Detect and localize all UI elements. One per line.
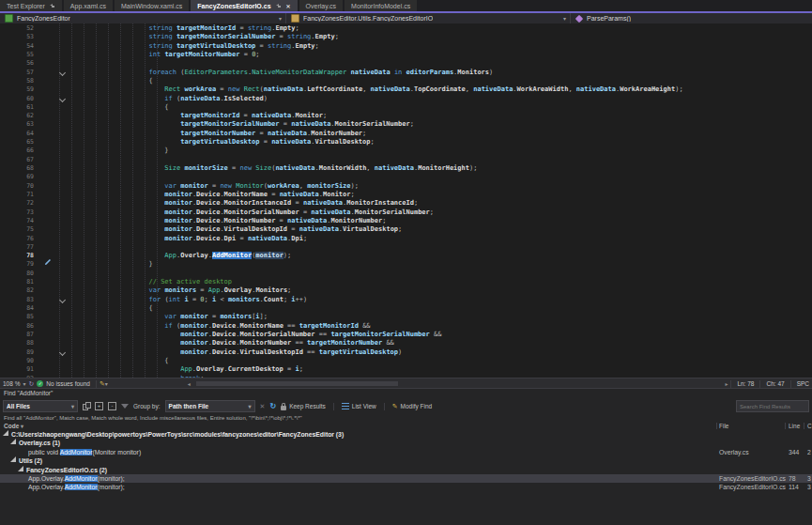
code-lines: 52string targetMonitorId = string.Empty;… (0, 24, 812, 378)
zoom-level[interactable]: 108 % (3, 380, 20, 387)
member-dropdown[interactable]: ParseParams() (571, 13, 812, 23)
pencil-icon: ✎ (392, 403, 398, 410)
method-icon (575, 14, 583, 22)
find-result-row[interactable]: App.Overlay.AddMonitor(monitor);FancyZon… (0, 483, 812, 491)
column-header-file[interactable]: File (719, 422, 728, 430)
line-number: 74 (0, 217, 34, 225)
code-text: monitor.Device.MonitorSerialNumber == ta… (180, 331, 441, 339)
fold-chevron-icon[interactable] (59, 95, 66, 101)
divider (759, 380, 760, 388)
tab-app-xaml-cs[interactable]: App.xaml.cs (64, 0, 113, 11)
divider (730, 380, 731, 388)
type-dropdown[interactable]: FancyZonesEditor.Utils.FancyZonesEditorI… (286, 13, 571, 23)
group-label: FancyZonesEditorIO.cs (2) (26, 467, 107, 473)
sync-icon[interactable]: ↻ (28, 380, 34, 388)
code-line: 60if (nativeData.IsSelected) (0, 95, 812, 103)
line-number: 72 (0, 199, 34, 208)
pin-icon[interactable] (275, 3, 282, 9)
list-view-button[interactable]: List View (342, 403, 376, 409)
tab-monitorinfomodel-cs[interactable]: MonitorInfoModel.cs (345, 0, 417, 11)
scroll-left-icon[interactable]: ◂ (188, 380, 191, 387)
modify-find-button[interactable]: ✎ Modify Find (392, 403, 432, 410)
filter-icon[interactable] (121, 404, 129, 409)
column-indicator: Ch: 47 (766, 380, 784, 387)
tab-overlay-cs[interactable]: Overlay.cs (299, 0, 344, 11)
fold-chevron-icon[interactable] (59, 297, 66, 303)
project-dropdown[interactable]: FancyZonesEditor ▾ (0, 13, 286, 23)
line-number: 79 (0, 260, 34, 269)
code-line: 57foreach (EditorParameters.NativeMonito… (0, 69, 812, 77)
scope-dropdown[interactable]: All Files ▾ (3, 400, 78, 412)
fold-chevron-icon[interactable] (59, 349, 66, 356)
code-editor[interactable]: 52string targetMonitorId = string.Empty;… (0, 23, 812, 378)
chevron-down-icon: ▾ (21, 424, 23, 429)
line-number: 81 (0, 278, 34, 286)
code-line: 59Rect workArea = new Rect(nativeData.Le… (0, 85, 812, 94)
fold-chevron-icon[interactable] (59, 69, 66, 76)
tab-test-explorer[interactable]: Test Explorer (0, 0, 62, 11)
line-number: 84 (0, 304, 34, 313)
expander-icon[interactable] (3, 430, 8, 436)
find-summary: Find all "AddMonitor", Match case, Match… (0, 414, 812, 422)
close-icon[interactable]: ✕ (286, 3, 291, 9)
line-number: 63 (0, 120, 34, 129)
tab-mainwindow-xaml-cs[interactable]: MainWindow.xaml.cs (115, 0, 189, 11)
find-result-group[interactable]: C:\Users\zhaopengwang\Desktop\powertoys\… (0, 430, 812, 439)
code-line: 74monitor.Device.MonitorNumber = nativeD… (0, 217, 812, 225)
code-text: } (149, 260, 153, 269)
code-line: 90{ (0, 357, 812, 365)
find-result-row[interactable]: public void AddMonitor(Monitor monitor)O… (0, 448, 812, 456)
scroll-right-icon[interactable]: ▸ (725, 380, 728, 387)
expander-icon[interactable] (18, 466, 23, 471)
code-text: string targetVirtualDesktop = string.Emp… (149, 42, 319, 51)
chevron-down-icon: ▾ (279, 15, 282, 22)
code-text: { (164, 357, 168, 365)
line-number: 78 (0, 252, 34, 260)
chevron-down-icon: ▾ (71, 403, 74, 409)
chevron-down-icon[interactable]: ▾ (105, 380, 108, 387)
column-header-col[interactable]: C (807, 422, 812, 430)
line-number: 89 (0, 348, 34, 357)
find-result-row[interactable]: App.Overlay.AddMonitor(monitor);FancyZon… (0, 474, 812, 483)
list-view-icon (342, 403, 349, 409)
line-number: 75 (0, 225, 34, 234)
tab-fancyzoneseditorio-cs[interactable]: FancyZonesEditorIO.cs✕ (191, 0, 297, 11)
column-divider (785, 423, 786, 429)
code-text: } (164, 147, 168, 155)
column-header-line[interactable]: Line (789, 422, 800, 430)
result-text: App.Overlay.AddMonitor(monitor); (0, 474, 125, 483)
result-line: 344 (789, 448, 799, 456)
find-result-group[interactable]: Overlay.cs (1) (0, 439, 812, 447)
group-by-dropdown[interactable]: Path then File ▾ (165, 400, 255, 412)
clear-results-icon[interactable]: ✕ (260, 403, 266, 410)
line-number: 83 (0, 296, 34, 304)
find-result-group[interactable]: Utils (2) (0, 456, 812, 465)
horizontal-scrollbar[interactable] (192, 380, 724, 387)
line-number: 60 (0, 95, 34, 103)
pin-icon[interactable] (49, 3, 55, 9)
code-text: monitor.Device.VirtualDesktopId == targe… (180, 348, 402, 357)
find-results-panel: Find "AddMonitor" All Files ▾ + - Group … (0, 388, 812, 525)
result-text: FancyZonesEditorIO.cs (2) (0, 466, 107, 474)
expander-icon[interactable] (10, 439, 16, 444)
health-check-icon: ✓ (37, 380, 43, 387)
copy-icon[interactable] (83, 402, 90, 410)
chevron-down-icon[interactable]: ▾ (23, 380, 25, 387)
collapse-all-icon[interactable]: - (108, 402, 116, 410)
code-line: 63targetMonitorSerialNumber = nativeData… (0, 120, 812, 129)
scrollbar-thumb[interactable] (196, 381, 398, 386)
expander-icon[interactable] (10, 456, 16, 462)
quick-actions-icon[interactable] (44, 253, 52, 260)
code-text: monitor.Device.MonitorNumber = nativeDat… (164, 217, 386, 225)
expand-all-icon[interactable]: + (95, 402, 103, 410)
refresh-icon[interactable]: ↻ (269, 402, 276, 410)
result-column: 3 (807, 483, 811, 491)
health-message[interactable]: No issues found (46, 380, 90, 387)
search-find-results-input[interactable] (736, 400, 809, 412)
code-text: App.Overlay.AddMonitor(monitor); (164, 252, 291, 260)
find-result-group[interactable]: FancyZonesEditorIO.cs (2) (0, 466, 812, 474)
code-line: 85var monitor = monitors[i]; (0, 313, 812, 321)
keep-results-button[interactable]: Keep Results (281, 403, 326, 410)
code-line: 58{ (0, 77, 812, 85)
project-name: FancyZonesEditor (17, 15, 70, 22)
